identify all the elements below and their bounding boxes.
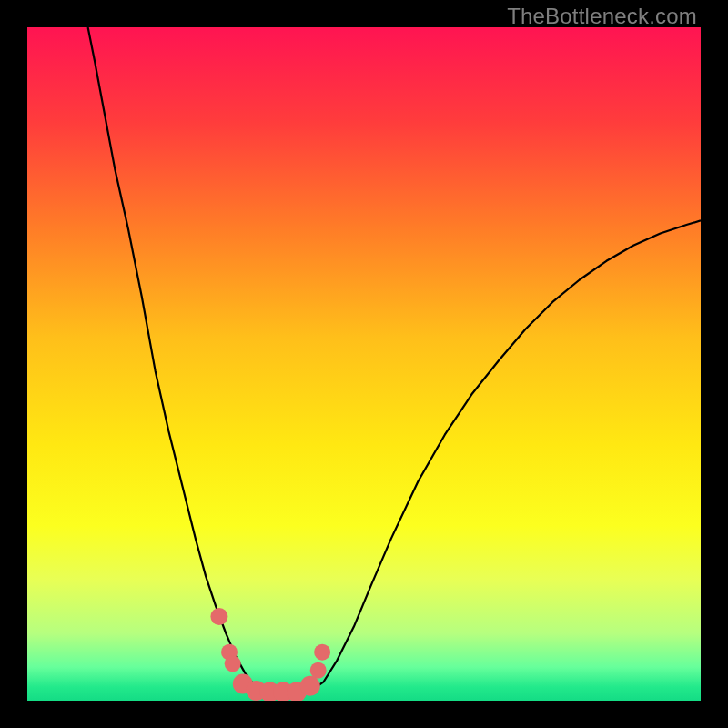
- watermark: TheBottleneck.com: [507, 4, 697, 29]
- chart-marker: [210, 608, 228, 625]
- chart-background: [27, 27, 701, 701]
- chart-plot: [27, 27, 701, 701]
- chart-frame: TheBottleneck.com: [0, 0, 728, 728]
- chart-marker: [314, 644, 330, 661]
- chart-marker: [310, 662, 327, 679]
- chart-marker: [225, 655, 241, 672]
- chart-marker: [300, 676, 320, 696]
